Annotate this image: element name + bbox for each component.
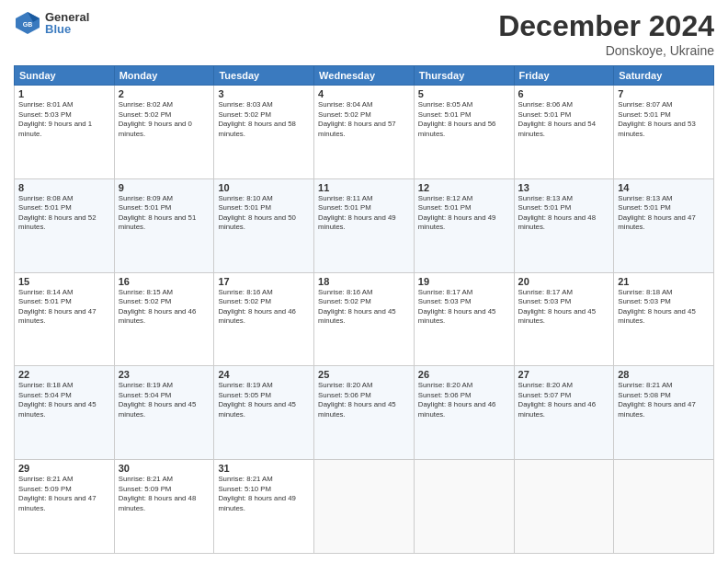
table-row: 18 Sunrise: 8:16 AMSunset: 5:02 PMDaylig… bbox=[314, 272, 415, 366]
table-row: 11 Sunrise: 8:11 AMSunset: 5:01 PMDaylig… bbox=[314, 178, 415, 272]
day-number: 11 bbox=[318, 182, 410, 193]
table-row: 19 Sunrise: 8:17 AMSunset: 5:03 PMDaylig… bbox=[414, 272, 514, 366]
table-row: 1 Sunrise: 8:01 AMSunset: 5:03 PMDayligh… bbox=[15, 86, 115, 179]
day-info: Sunrise: 8:05 AMSunset: 5:01 PMDaylight:… bbox=[418, 100, 510, 139]
day-number: 14 bbox=[618, 182, 710, 193]
table-row: 28 Sunrise: 8:21 AMSunset: 5:08 PMDaylig… bbox=[614, 366, 714, 460]
table-row: 13 Sunrise: 8:13 AMSunset: 5:01 PMDaylig… bbox=[514, 178, 614, 272]
logo-icon: GB bbox=[14, 9, 41, 37]
day-number: 3 bbox=[218, 88, 310, 99]
col-tuesday: Tuesday bbox=[214, 66, 314, 86]
day-info: Sunrise: 8:04 AMSunset: 5:02 PMDaylight:… bbox=[318, 100, 410, 139]
page: GB General Blue December 2024 Donskoye, … bbox=[0, 0, 728, 563]
day-info: Sunrise: 8:20 AMSunset: 5:06 PMDaylight:… bbox=[318, 381, 410, 419]
table-row: 30 Sunrise: 8:21 AMSunset: 5:09 PMDaylig… bbox=[114, 460, 214, 554]
table-row: 3 Sunrise: 8:03 AMSunset: 5:02 PMDayligh… bbox=[214, 86, 314, 179]
table-row: 8 Sunrise: 8:08 AMSunset: 5:01 PMDayligh… bbox=[15, 178, 115, 272]
day-info: Sunrise: 8:20 AMSunset: 5:07 PMDaylight:… bbox=[518, 381, 610, 419]
day-info: Sunrise: 8:18 AMSunset: 5:04 PMDaylight:… bbox=[18, 381, 110, 419]
day-info: Sunrise: 8:17 AMSunset: 5:03 PMDaylight:… bbox=[418, 288, 510, 327]
table-row: 5 Sunrise: 8:05 AMSunset: 5:01 PMDayligh… bbox=[414, 86, 514, 179]
day-number: 27 bbox=[518, 369, 610, 380]
day-info: Sunrise: 8:11 AMSunset: 5:01 PMDaylight:… bbox=[318, 194, 410, 233]
logo: GB General Blue bbox=[14, 9, 89, 37]
day-info: Sunrise: 8:21 AMSunset: 5:09 PMDaylight:… bbox=[119, 475, 210, 513]
col-sunday: Sunday bbox=[15, 66, 115, 86]
day-number: 9 bbox=[119, 182, 210, 193]
day-number: 23 bbox=[119, 369, 210, 380]
table-row: 9 Sunrise: 8:09 AMSunset: 5:01 PMDayligh… bbox=[114, 178, 214, 272]
table-row bbox=[614, 460, 714, 554]
day-number: 2 bbox=[119, 88, 210, 99]
day-info: Sunrise: 8:16 AMSunset: 5:02 PMDaylight:… bbox=[318, 288, 410, 327]
table-row: 7 Sunrise: 8:07 AMSunset: 5:01 PMDayligh… bbox=[614, 86, 714, 179]
day-info: Sunrise: 8:16 AMSunset: 5:02 PMDaylight:… bbox=[218, 288, 310, 327]
table-row: 16 Sunrise: 8:15 AMSunset: 5:02 PMDaylig… bbox=[114, 272, 214, 366]
day-info: Sunrise: 8:15 AMSunset: 5:02 PMDaylight:… bbox=[119, 288, 210, 327]
day-info: Sunrise: 8:17 AMSunset: 5:03 PMDaylight:… bbox=[518, 288, 610, 327]
day-number: 28 bbox=[618, 369, 710, 380]
day-info: Sunrise: 8:19 AMSunset: 5:05 PMDaylight:… bbox=[218, 381, 310, 419]
table-row bbox=[414, 460, 514, 554]
day-info: Sunrise: 8:06 AMSunset: 5:01 PMDaylight:… bbox=[518, 100, 610, 139]
day-info: Sunrise: 8:12 AMSunset: 5:01 PMDaylight:… bbox=[418, 194, 510, 233]
day-number: 17 bbox=[218, 276, 310, 287]
table-row: 21 Sunrise: 8:18 AMSunset: 5:03 PMDaylig… bbox=[614, 272, 714, 366]
table-row: 27 Sunrise: 8:20 AMSunset: 5:07 PMDaylig… bbox=[514, 366, 614, 460]
day-number: 12 bbox=[418, 182, 510, 193]
day-info: Sunrise: 8:14 AMSunset: 5:01 PMDaylight:… bbox=[18, 288, 110, 327]
day-info: Sunrise: 8:19 AMSunset: 5:04 PMDaylight:… bbox=[119, 381, 210, 419]
day-info: Sunrise: 8:07 AMSunset: 5:01 PMDaylight:… bbox=[618, 100, 710, 139]
day-number: 18 bbox=[318, 276, 410, 287]
day-info: Sunrise: 8:03 AMSunset: 5:02 PMDaylight:… bbox=[218, 100, 310, 139]
table-row: 6 Sunrise: 8:06 AMSunset: 5:01 PMDayligh… bbox=[514, 86, 614, 179]
day-info: Sunrise: 8:21 AMSunset: 5:10 PMDaylight:… bbox=[218, 475, 310, 513]
day-number: 10 bbox=[218, 182, 310, 193]
calendar: Sunday Monday Tuesday Wednesday Thursday… bbox=[14, 65, 714, 554]
table-row: 12 Sunrise: 8:12 AMSunset: 5:01 PMDaylig… bbox=[414, 178, 514, 272]
day-number: 31 bbox=[218, 463, 310, 474]
logo-blue: Blue bbox=[45, 23, 89, 35]
table-row: 23 Sunrise: 8:19 AMSunset: 5:04 PMDaylig… bbox=[114, 366, 214, 460]
table-row: 4 Sunrise: 8:04 AMSunset: 5:02 PMDayligh… bbox=[314, 86, 415, 179]
day-number: 26 bbox=[418, 369, 510, 380]
table-row: 25 Sunrise: 8:20 AMSunset: 5:06 PMDaylig… bbox=[314, 366, 415, 460]
day-info: Sunrise: 8:02 AMSunset: 5:02 PMDaylight:… bbox=[119, 100, 210, 139]
day-number: 4 bbox=[318, 88, 410, 99]
table-row: 31 Sunrise: 8:21 AMSunset: 5:10 PMDaylig… bbox=[214, 460, 314, 554]
table-row: 20 Sunrise: 8:17 AMSunset: 5:03 PMDaylig… bbox=[514, 272, 614, 366]
col-saturday: Saturday bbox=[614, 66, 714, 86]
table-row: 10 Sunrise: 8:10 AMSunset: 5:01 PMDaylig… bbox=[214, 178, 314, 272]
logo-text: General Blue bbox=[45, 11, 89, 35]
day-number: 24 bbox=[218, 369, 310, 380]
day-number: 30 bbox=[119, 463, 210, 474]
table-row: 2 Sunrise: 8:02 AMSunset: 5:02 PMDayligh… bbox=[114, 86, 214, 179]
subtitle: Donskoye, Ukraine bbox=[498, 43, 714, 58]
col-thursday: Thursday bbox=[414, 66, 514, 86]
day-number: 25 bbox=[318, 369, 410, 380]
day-number: 21 bbox=[618, 276, 710, 287]
day-info: Sunrise: 8:09 AMSunset: 5:01 PMDaylight:… bbox=[119, 194, 210, 233]
day-info: Sunrise: 8:18 AMSunset: 5:03 PMDaylight:… bbox=[618, 288, 710, 327]
table-row: 15 Sunrise: 8:14 AMSunset: 5:01 PMDaylig… bbox=[15, 272, 115, 366]
day-number: 1 bbox=[18, 88, 110, 99]
day-number: 15 bbox=[18, 276, 110, 287]
col-monday: Monday bbox=[114, 66, 214, 86]
table-row bbox=[314, 460, 415, 554]
table-row: 24 Sunrise: 8:19 AMSunset: 5:05 PMDaylig… bbox=[214, 366, 314, 460]
day-number: 8 bbox=[18, 182, 110, 193]
svg-text:GB: GB bbox=[23, 21, 33, 28]
table-row: 17 Sunrise: 8:16 AMSunset: 5:02 PMDaylig… bbox=[214, 272, 314, 366]
day-info: Sunrise: 8:13 AMSunset: 5:01 PMDaylight:… bbox=[618, 194, 710, 233]
day-number: 29 bbox=[18, 463, 110, 474]
header-row: Sunday Monday Tuesday Wednesday Thursday… bbox=[15, 66, 714, 86]
title-block: December 2024 Donskoye, Ukraine bbox=[498, 9, 714, 58]
table-row: 26 Sunrise: 8:20 AMSunset: 5:06 PMDaylig… bbox=[414, 366, 514, 460]
day-info: Sunrise: 8:21 AMSunset: 5:09 PMDaylight:… bbox=[18, 475, 110, 513]
day-info: Sunrise: 8:10 AMSunset: 5:01 PMDaylight:… bbox=[218, 194, 310, 233]
col-wednesday: Wednesday bbox=[314, 66, 415, 86]
day-number: 13 bbox=[518, 182, 610, 193]
day-info: Sunrise: 8:01 AMSunset: 5:03 PMDaylight:… bbox=[18, 100, 110, 139]
day-number: 5 bbox=[418, 88, 510, 99]
day-info: Sunrise: 8:08 AMSunset: 5:01 PMDaylight:… bbox=[18, 194, 110, 233]
